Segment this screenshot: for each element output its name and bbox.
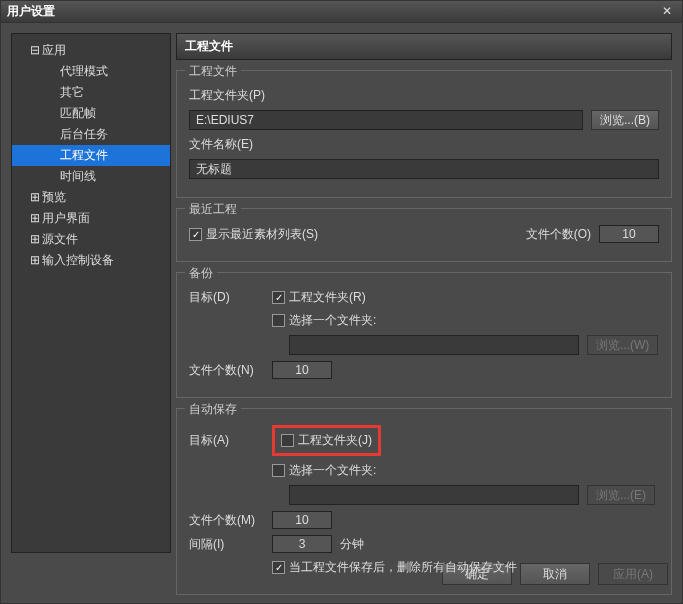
checkbox-autosave-select-folder[interactable]: 选择一个文件夹: <box>272 462 376 479</box>
interval-input[interactable] <box>272 535 332 553</box>
checkbox-show-list[interactable]: ✓显示最近素材列表(S) <box>189 226 318 243</box>
group-backup: 备份 目标(D) ✓工程文件夹(R) 选择一个文件夹: 浏览...(W) 文件个… <box>176 272 672 398</box>
checkbox-backup-project-folder[interactable]: ✓工程文件夹(R) <box>272 289 366 306</box>
highlight-red-box: 工程文件夹(J) <box>272 425 381 456</box>
tree-item-proxy[interactable]: 代理模式 <box>12 61 170 82</box>
group-title-project: 工程文件 <box>185 63 241 80</box>
group-autosave: 自动保存 目标(A) 工程文件夹(J) 选择一个文件夹: 浏览...(E) 文件… <box>176 408 672 595</box>
label-autosave-count: 文件个数(M) <box>189 512 264 529</box>
label-interval-unit: 分钟 <box>340 536 364 553</box>
group-title-backup: 备份 <box>185 265 217 282</box>
sidebar-tree: ⊟应用 代理模式 其它 匹配帧 后台任务 工程文件 时间线 ⊞预览 ⊞用户界面 … <box>11 33 171 553</box>
group-title-recent: 最近工程 <box>185 201 241 218</box>
checkbox-autosave-project-folder[interactable]: 工程文件夹(J) <box>281 432 372 449</box>
project-folder-input[interactable] <box>189 110 583 130</box>
page-title: 工程文件 <box>176 33 672 60</box>
titlebar: 用户设置 ✕ <box>1 1 682 23</box>
tree-item-bg[interactable]: 后台任务 <box>12 124 170 145</box>
tree-item-source[interactable]: ⊞源文件 <box>12 229 170 250</box>
label-backup-count: 文件个数(N) <box>189 362 264 379</box>
tree-item-ui[interactable]: ⊞用户界面 <box>12 208 170 229</box>
group-title-autosave: 自动保存 <box>185 401 241 418</box>
label-interval: 间隔(I) <box>189 536 264 553</box>
autosave-folder-input[interactable] <box>289 485 579 505</box>
tree-item-timeline[interactable]: 时间线 <box>12 166 170 187</box>
project-name-input[interactable] <box>189 159 659 179</box>
tree-item-match[interactable]: 匹配帧 <box>12 103 170 124</box>
browse-button[interactable]: 浏览...(B) <box>591 110 659 130</box>
tree-item-project[interactable]: 工程文件 <box>12 145 170 166</box>
group-project: 工程文件 工程文件夹(P) 浏览...(B) 文件名称(E) <box>176 70 672 198</box>
backup-folder-input[interactable] <box>289 335 579 355</box>
window-title: 用户设置 <box>7 3 658 20</box>
backup-browse-button: 浏览...(W) <box>587 335 658 355</box>
tree-item-preview[interactable]: ⊞预览 <box>12 187 170 208</box>
label-folder: 工程文件夹(P) <box>189 87 319 104</box>
checkbox-delete-after[interactable]: ✓当工程文件保存后，删除所有自动保存文件 <box>272 559 517 576</box>
close-icon[interactable]: ✕ <box>658 3 676 21</box>
tree-item-other[interactable]: 其它 <box>12 82 170 103</box>
recent-count-input[interactable] <box>599 225 659 243</box>
label-backup-target: 目标(D) <box>189 289 264 306</box>
autosave-count-input[interactable] <box>272 511 332 529</box>
label-recent-count: 文件个数(O) <box>526 226 591 243</box>
autosave-browse-button: 浏览...(E) <box>587 485 655 505</box>
label-autosave-target: 目标(A) <box>189 432 264 449</box>
label-filename: 文件名称(E) <box>189 136 319 153</box>
tree-item-input[interactable]: ⊞输入控制设备 <box>12 250 170 271</box>
backup-count-input[interactable] <box>272 361 332 379</box>
checkbox-backup-select-folder[interactable]: 选择一个文件夹: <box>272 312 376 329</box>
tree-item-app[interactable]: ⊟应用 <box>12 40 170 61</box>
group-recent: 最近工程 ✓显示最近素材列表(S) 文件个数(O) <box>176 208 672 262</box>
